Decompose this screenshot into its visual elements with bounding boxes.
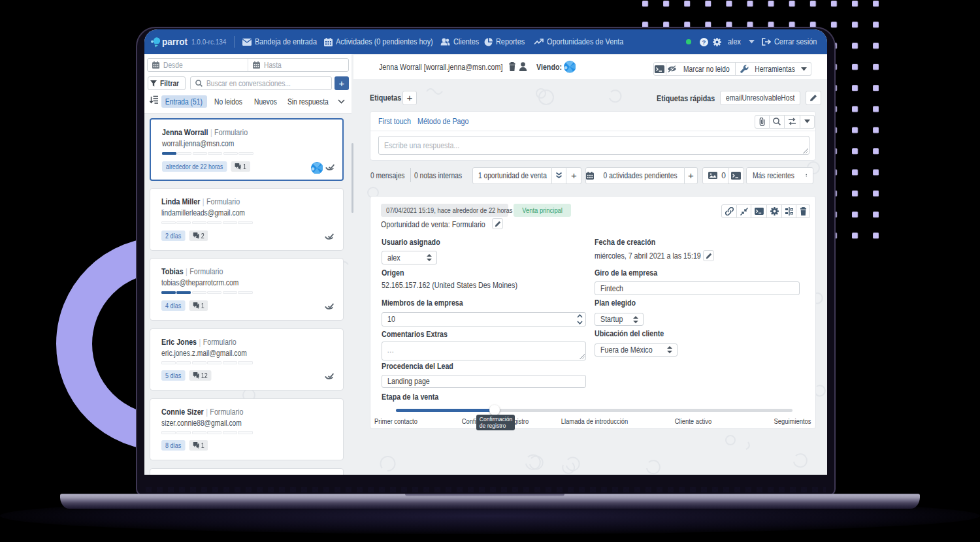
svg-text:?: ? xyxy=(702,38,706,45)
